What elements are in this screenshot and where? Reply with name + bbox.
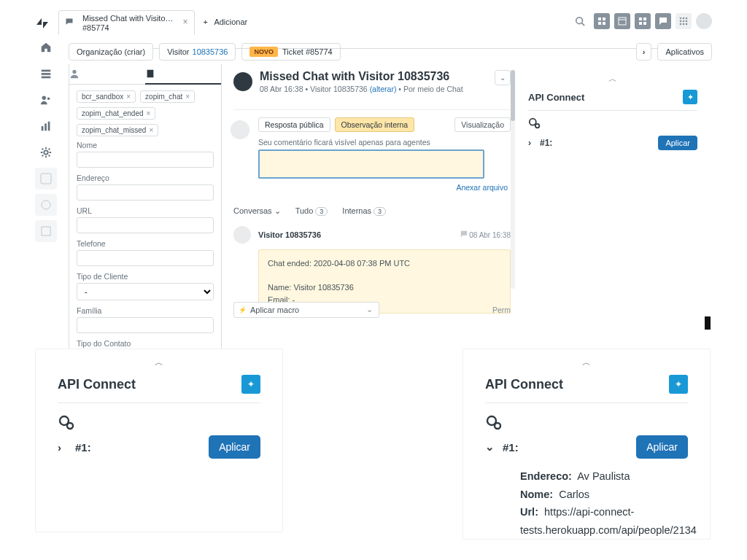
collapse-icon[interactable]: ︿ [58, 357, 260, 369]
api-settings-icon[interactable] [485, 413, 688, 431]
side-handle[interactable] [705, 316, 711, 330]
alterar-link[interactable]: (alterar) [370, 85, 397, 93]
attach-link[interactable]: Anexar arquivo [233, 183, 508, 192]
collapse-icon[interactable]: ︿ [528, 73, 697, 85]
profile-avatar[interactable] [696, 13, 712, 29]
chat-bubble-icon[interactable] [655, 13, 671, 29]
app-slot-2-icon[interactable] [35, 194, 57, 216]
search-icon[interactable] [575, 16, 585, 26]
collapse-icon[interactable]: ︿ [485, 357, 688, 369]
tab-subtitle: #85774 [82, 23, 174, 32]
ticket-label: Ticket #85774 [282, 47, 333, 56]
apps-grid-icon[interactable] [676, 13, 692, 29]
public-reply-tab[interactable]: Resposta pública [258, 117, 330, 132]
grid-icon-1[interactable] [594, 13, 610, 29]
user-tab[interactable] [69, 64, 145, 85]
svg-point-25 [47, 97, 50, 100]
api-connect-card-collapsed: ︿ API Connect ✦ › #1: Aplicar [35, 349, 283, 532]
tag-chip[interactable]: zopim_chat × [140, 90, 195, 103]
svg-rect-11 [643, 22, 646, 25]
api-connect-panel-top: ︿ API Connect ✦ › #1: Aplicar [528, 73, 697, 150]
ticket-scrollbar[interactable] [511, 70, 515, 289]
svg-rect-28 [48, 122, 50, 131]
svg-rect-30 [41, 174, 51, 184]
visitor-crumb[interactable]: Visitor10835736 [159, 43, 236, 61]
remove-tag-icon[interactable]: × [126, 93, 131, 101]
svg-point-20 [686, 23, 688, 26]
svg-rect-2 [598, 18, 601, 20]
api-settings-icon[interactable] [58, 413, 260, 431]
remove-tag-icon[interactable]: × [149, 126, 153, 134]
ticket-menu-button[interactable]: ⌄ [495, 70, 511, 85]
expand-icon[interactable]: › [58, 441, 75, 454]
label-tipo-cliente: Tipo de Cliente [77, 272, 214, 281]
svg-point-35 [530, 119, 536, 125]
svg-point-18 [680, 23, 682, 26]
svg-line-1 [582, 23, 585, 26]
ticket-meta: 08 Abr 16:38 • Visitor 10835736 (alterar… [260, 85, 463, 93]
panel-icon[interactable] [614, 13, 630, 29]
plus-icon: + [204, 18, 208, 26]
org-crumb[interactable]: Organização (criar) [69, 43, 153, 61]
label-familia: Família [77, 306, 214, 315]
filter-internas[interactable]: Internas3 [342, 206, 386, 216]
active-tab[interactable]: Missed Chat with Visito… #85774 × [58, 10, 195, 35]
close-icon[interactable]: × [183, 17, 188, 27]
apps-button[interactable]: Aplicativos [657, 43, 712, 61]
aplicar-button-top[interactable]: Aplicar [658, 136, 697, 150]
aplicar-button-left[interactable]: Aplicar [209, 435, 260, 459]
label-nome: Nome [77, 141, 214, 149]
input-url[interactable] [77, 217, 214, 233]
remove-tag-icon[interactable]: × [185, 93, 190, 101]
svg-point-0 [576, 18, 583, 24]
conversas-dropdown[interactable]: Conversas ⌄ [233, 206, 281, 216]
input-familia[interactable] [77, 317, 214, 333]
internal-note-textarea[interactable] [258, 149, 484, 179]
svg-rect-26 [42, 126, 44, 131]
tag-chip[interactable]: zopim_chat_ended × [77, 107, 155, 120]
svg-rect-32 [42, 227, 50, 236]
remove-tag-icon[interactable]: × [147, 109, 151, 117]
novo-badge: NOVO [249, 47, 278, 57]
api-logo-icon: ✦ [241, 375, 260, 394]
svg-rect-4 [598, 22, 601, 25]
customers-icon[interactable] [35, 89, 57, 111]
preview-button[interactable]: Visualização [454, 117, 511, 132]
select-tipo-cliente[interactable]: - [77, 283, 214, 300]
aplicar-button-right[interactable]: Aplicar [636, 435, 688, 459]
admin-icon[interactable] [35, 141, 57, 163]
reports-icon[interactable] [35, 115, 57, 137]
api-connect-card-expanded: ︿ API Connect ✦ ⌄ #1: Aplicar Endereco: … [462, 349, 711, 540]
svg-rect-27 [44, 123, 47, 131]
svg-point-29 [44, 150, 47, 154]
app-slot-1-icon[interactable] [35, 168, 57, 190]
svg-rect-10 [639, 22, 642, 25]
grid-icon-2[interactable] [635, 13, 651, 29]
ticket-crumb[interactable]: NOVO Ticket #85774 [241, 43, 340, 61]
internal-note-tab[interactable]: Observação interna [335, 117, 415, 132]
input-endereco[interactable] [77, 184, 214, 201]
tag-chip[interactable]: bcr_sandbox × [77, 90, 136, 103]
svg-rect-34 [147, 70, 154, 78]
macro-dropdown[interactable]: Aplicar macro [233, 302, 379, 318]
label-telefone: Telefone [77, 239, 214, 248]
filter-tudo[interactable]: Tudo3 [295, 206, 328, 216]
zendesk-logo [35, 16, 50, 31]
svg-point-15 [680, 20, 682, 23]
home-icon[interactable] [35, 36, 57, 58]
add-tab[interactable]: + Adicionar [195, 10, 257, 34]
api-item-details: Endereco: Av Paulista Nome: Carlos Url: … [520, 467, 688, 540]
expand-icon[interactable]: › [528, 138, 540, 148]
collapse-item-icon[interactable]: ⌄ [485, 440, 503, 454]
views-icon[interactable] [35, 63, 57, 85]
input-telefone[interactable] [77, 250, 214, 266]
tab-title: Missed Chat with Visito… [82, 14, 174, 23]
api-settings-icon[interactable] [528, 117, 697, 130]
svg-rect-9 [643, 18, 646, 20]
next-ticket-button[interactable]: › [636, 43, 652, 61]
label-endereco: Endereço [77, 174, 214, 182]
input-nome[interactable] [77, 152, 214, 168]
tag-chip[interactable]: zopim_chat_missed × [77, 124, 158, 136]
app-slot-3-icon[interactable] [35, 220, 57, 242]
org-tab[interactable] [145, 64, 221, 85]
